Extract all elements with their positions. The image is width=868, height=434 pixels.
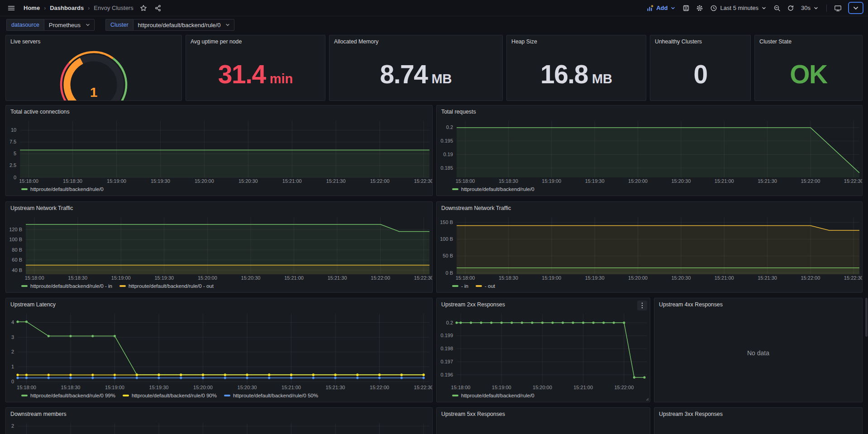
- svg-text:15:22:30: 15:22:30: [414, 275, 432, 281]
- time-range-label: Last 5 minutes: [720, 5, 758, 11]
- breadcrumb-dashboards[interactable]: Dashboards: [50, 5, 84, 11]
- total-active-connections-chart[interactable]: 15:18:0015:18:3015:19:0015:19:3015:20:00…: [6, 118, 432, 185]
- svg-text:15:19:00: 15:19:00: [105, 385, 124, 390]
- chevron-down-icon: [813, 5, 819, 11]
- refresh-button[interactable]: [784, 3, 797, 14]
- stat-value: 8.74: [380, 62, 427, 87]
- svg-text:3: 3: [11, 334, 14, 340]
- panel-menu-button[interactable]: [637, 300, 647, 310]
- svg-text:150 B: 150 B: [440, 219, 453, 225]
- svg-text:15:19:00: 15:19:00: [111, 275, 131, 281]
- panel-title[interactable]: Upstream 2xx Responses: [437, 298, 650, 311]
- resize-corner-icon: [645, 397, 649, 401]
- zoom-out-button[interactable]: [771, 3, 783, 14]
- panel-allocated-memory: Allocated Memory 8.74 MB: [329, 35, 503, 101]
- legend-item[interactable]: httproute/default/backend/rule/0: [21, 186, 104, 192]
- refresh-interval-picker[interactable]: 30s: [798, 3, 822, 13]
- total-requests-chart[interactable]: 15:18:0015:18:3015:19:0015:19:3015:20:00…: [437, 118, 862, 185]
- panel-resize-handle[interactable]: [645, 397, 649, 401]
- legend-item[interactable]: httproute/default/backend/rule/0 - out: [119, 283, 214, 289]
- toolbar-divider: [826, 5, 827, 12]
- legend-item[interactable]: httproute/default/backend/rule/0: [452, 393, 534, 398]
- time-range-picker[interactable]: Last 5 minutes: [707, 3, 770, 14]
- variable-label-cluster: Cluster: [105, 19, 133, 31]
- menu-toggle-button[interactable]: [5, 3, 18, 14]
- downstream-network-traffic-chart[interactable]: 15:18:0015:18:3015:19:0015:19:3015:20:00…: [437, 215, 862, 281]
- share-button[interactable]: [152, 3, 164, 14]
- panel-title[interactable]: Total requests: [437, 105, 862, 118]
- legend-item[interactable]: httproute/default/backend/rule/0 99%: [21, 393, 115, 398]
- legend-item[interactable]: httproute/default/backend/rule/0 50%: [224, 393, 318, 398]
- variable-select-cluster[interactable]: httproute/default/backend/rule/0: [133, 19, 235, 31]
- chevron-down-icon: [225, 22, 230, 28]
- panel-title[interactable]: Upstream 3xx Responses: [654, 408, 862, 420]
- legend-item[interactable]: httproute/default/backend/rule/0 - in: [21, 283, 112, 289]
- panel-downstream-network-traffic: Downstream Network Traffic 15:18:0015:18…: [436, 201, 863, 293]
- legend-item[interactable]: httproute/default/backend/rule/0: [452, 186, 534, 192]
- upstream-latency-chart[interactable]: 15:18:0015:18:3015:19:0015:19:3015:20:00…: [6, 311, 432, 391]
- legend-label: - in: [461, 283, 468, 289]
- legend-label: httproute/default/backend/rule/0 50%: [233, 393, 318, 398]
- svg-text:15:21:30: 15:21:30: [328, 275, 347, 281]
- svg-text:0.195: 0.195: [440, 138, 453, 143]
- legend-swatch: [452, 285, 458, 287]
- panel-title[interactable]: Heap Size: [507, 35, 646, 48]
- save-icon: [682, 5, 690, 12]
- chart-legend: httproute/default/backend/rule/0: [6, 185, 432, 196]
- breadcrumb-home[interactable]: Home: [24, 5, 40, 11]
- variable-select-datasource[interactable]: Prometheus: [44, 19, 95, 31]
- svg-text:15:21:30: 15:21:30: [758, 275, 777, 281]
- refresh-interval-label: 30s: [801, 5, 811, 11]
- stat-value: 31.4: [218, 62, 266, 87]
- add-label: Add: [656, 5, 668, 11]
- svg-text:15:18:30: 15:18:30: [499, 178, 518, 184]
- legend-label: - out: [485, 283, 495, 289]
- legend-item[interactable]: httproute/default/backend/rule/0 90%: [123, 393, 217, 398]
- svg-text:15:21:30: 15:21:30: [326, 178, 346, 184]
- scrollbar-thumb[interactable]: [865, 298, 868, 337]
- add-button[interactable]: Add: [643, 3, 679, 14]
- svg-text:15:21:00: 15:21:00: [715, 275, 734, 281]
- panel-title[interactable]: Live servers: [6, 35, 181, 48]
- svg-text:15:20:00: 15:20:00: [533, 385, 552, 390]
- svg-text:15:20:30: 15:20:30: [241, 275, 261, 281]
- legend-label: httproute/default/backend/rule/0: [461, 186, 534, 192]
- panel-title[interactable]: Cluster State: [755, 35, 862, 48]
- svg-text:0.2: 0.2: [446, 124, 453, 130]
- stat-value: 16.8: [540, 62, 588, 87]
- collapse-toolbar-button[interactable]: [848, 2, 863, 14]
- panel-title[interactable]: Upstream Network Traffic: [6, 202, 432, 215]
- panel-title[interactable]: Total active connections: [6, 105, 432, 118]
- stat-display: 31.4 min: [218, 62, 293, 87]
- svg-text:1: 1: [90, 85, 98, 100]
- legend-label: httproute/default/backend/rule/0 90%: [132, 393, 217, 398]
- panel-title[interactable]: Downstream Network Traffic: [437, 202, 862, 215]
- legend-label: httproute/default/backend/rule/0: [30, 186, 104, 192]
- svg-text:15:20:30: 15:20:30: [671, 178, 691, 184]
- svg-text:15:19:30: 15:19:30: [149, 385, 169, 390]
- tv-mode-button[interactable]: [831, 3, 844, 14]
- stat-value: OK: [790, 62, 827, 87]
- panel-title[interactable]: Upstream 4xx Responses: [654, 298, 862, 311]
- upstream-2xx-responses-chart[interactable]: 15:18:0015:19:0015:20:0015:21:0015:22:00…: [437, 311, 650, 391]
- panel-cluster-state: Cluster State OK: [754, 35, 863, 101]
- panel-title[interactable]: Avg uptime per node: [186, 35, 325, 48]
- legend-item[interactable]: - out: [476, 283, 495, 289]
- svg-text:15:18:00: 15:18:00: [25, 275, 44, 281]
- downstream-members-chart[interactable]: 15:18:0015:18:3015:19:0015:19:3015:20:00…: [6, 420, 432, 434]
- favorite-button[interactable]: [137, 3, 150, 14]
- save-dashboard-button[interactable]: [680, 3, 692, 14]
- stat-value: 0: [693, 62, 707, 87]
- panel-title[interactable]: Downstream members: [6, 408, 432, 420]
- panel-title[interactable]: Upstream 5xx Responses: [437, 408, 650, 420]
- zoom-out-icon: [773, 5, 781, 12]
- dashboard-settings-button[interactable]: [693, 3, 706, 14]
- svg-text:0: 0: [14, 175, 16, 180]
- upstream-network-traffic-chart[interactable]: 15:18:0015:18:3015:19:0015:19:3015:20:00…: [6, 215, 432, 281]
- panel-title[interactable]: Upstream Latency: [6, 298, 432, 311]
- svg-text:0: 0: [11, 379, 14, 384]
- panel-title[interactable]: Unhealthy Clusters: [650, 35, 750, 48]
- panel-title[interactable]: Allocated Memory: [329, 35, 502, 48]
- legend-item[interactable]: - in: [452, 283, 468, 289]
- live-servers-gauge[interactable]: 1: [6, 48, 181, 100]
